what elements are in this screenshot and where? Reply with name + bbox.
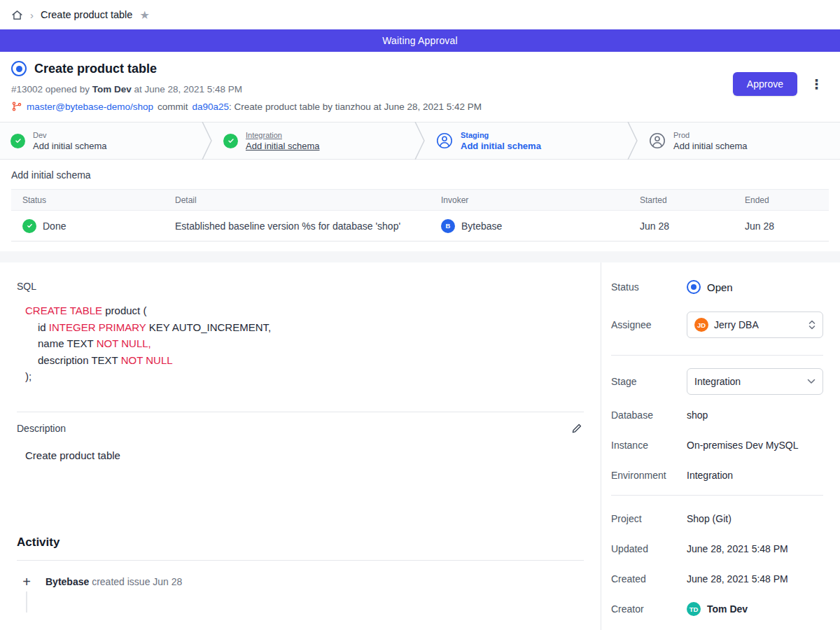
col-invoker: Invoker [430,190,629,211]
col-detail: Detail [164,190,430,211]
bytebase-avatar: B [441,219,455,233]
edit-pencil-icon[interactable] [570,421,584,435]
stage-label: Stage [611,376,687,387]
assignee-avatar: JD [694,318,708,332]
environment-label: Environment [611,470,687,481]
stage-separator-icon [414,122,426,159]
issue-number: #13002 [11,84,43,94]
task-table: Status Detail Invoker Started Ended Done… [11,189,829,241]
task-row[interactable]: Done Established baseline version %s for… [11,211,829,241]
project-label: Project [611,513,687,524]
creator-label: Creator [611,603,687,615]
stage-select[interactable]: Integration [687,368,823,395]
updated-value: June 28, 2021 5:48 PM [687,543,788,554]
database-label: Database [611,410,687,421]
commit-info: master@bytebase-demo/shop commit da90a25… [11,101,829,112]
check-circle-icon [223,134,238,148]
stage-dev[interactable]: Dev Add initial schema [0,122,202,159]
sidebar-row-instance: Instance On-premises Dev MySQL [611,435,823,456]
issue-open-icon [11,61,27,76]
sql-label: SQL [17,281,584,292]
stage-separator-icon [202,122,213,159]
col-status: Status [11,190,164,211]
breadcrumb-current-page: Create product table [41,9,132,20]
col-ended: Ended [734,190,829,211]
task-invoker: Bytebase [461,220,502,232]
sidebar-row-project: Project Shop (Git) [611,508,823,529]
favorite-star-icon[interactable]: ★ [139,8,149,22]
description-label: Description [17,423,66,434]
chevron-down-icon [807,379,816,384]
creator-avatar: TD [687,602,701,616]
divider [611,495,823,496]
assignee-select[interactable]: JD Jerry DBA [687,312,823,338]
environment-value: Integration [687,470,733,481]
divider [17,560,584,561]
waiting-approval-banner: Waiting Approval [0,29,840,52]
up-down-chevrons-icon [808,319,816,330]
task-status: Done [43,220,66,232]
sidebar-row-status: Status Open [611,276,823,298]
activity-heading: Activity [17,536,584,550]
issue-header: Create product table #13002 opened by To… [0,52,840,122]
creator-name: Tom Dev [707,603,748,615]
task-ended: Jun 28 [734,211,829,241]
sidebar-row-creator: Creator TD Tom Dev [611,598,823,620]
task-table-header-row: Status Detail Invoker Started Ended [11,190,829,211]
issue-opened-date: June 28, 2021 5:48 PM [144,84,242,94]
commit-message: : Create product table by tianzhou at Ju… [229,102,482,112]
approve-button[interactable]: Approve [733,72,797,96]
task-section: Add initial schema Status Detail Invoker… [0,160,840,251]
issue-sidebar: Status Open Assignee JD Jerry DBA [601,262,840,630]
col-started: Started [629,190,734,211]
instance-value: On-premises Dev MySQL [687,440,798,451]
stage-value: Integration [694,376,802,387]
commit-hash-link[interactable]: da90a25 [192,102,230,112]
project-value: Shop (Git) [687,513,732,524]
activity-action: created issue Jun 28 [92,576,182,587]
status-label: Status [611,281,687,293]
activity-timeline-line [26,592,27,612]
divider [17,412,584,412]
issue-detail-panel: SQL CREATE TABLE product ( id INTEGER PR… [0,262,601,630]
assignee-label: Assignee [611,319,687,330]
sidebar-row-created: Created June 28, 2021 5:48 PM [611,568,823,589]
divider [611,355,823,356]
task-started: Jun 28 [629,211,734,241]
check-circle-icon [10,134,25,148]
status-value: Open [707,281,733,293]
task-detail: Established baseline version %s for data… [164,211,430,241]
created-value: June 28, 2021 5:48 PM [687,573,788,584]
home-icon[interactable] [11,9,23,21]
created-label: Created [611,573,687,584]
database-value: shop [687,410,708,421]
stage-integration[interactable]: Integration Add initial schema [213,122,414,159]
stage-prod[interactable]: Prod Add initial schema [638,122,840,159]
description-content: Create product table [25,449,584,461]
task-section-heading: Add initial schema [11,169,829,181]
stage-staging[interactable]: Staging Add initial schema [426,122,627,159]
section-divider-band [0,251,840,262]
sidebar-row-updated: Updated June 28, 2021 5:48 PM [611,538,823,559]
activity-entry: + Bytebase created issue Jun 28 [17,575,584,589]
sidebar-row-environment: Environment Integration [611,465,823,486]
add-comment-plus-icon[interactable]: + [22,575,31,589]
issue-author: Tom Dev [92,84,132,94]
sidebar-row-stage: Stage Integration [611,368,823,395]
activity-actor: Bytebase [46,576,89,587]
breadcrumb: › Create product table ★ [0,0,840,29]
repo-link[interactable]: master@bytebase-demo/shop [27,102,153,112]
updated-label: Updated [611,543,687,554]
issue-title: Create product table [34,62,157,76]
person-circle-icon [436,132,453,149]
git-commit-icon [11,101,22,112]
stage-separator-icon [627,122,638,159]
kebab-menu-icon[interactable]: ⋮ [807,76,826,92]
check-circle-icon [22,219,36,233]
bytebase-issue-page: › Create product table ★ Waiting Approva… [0,0,840,630]
sidebar-row-assignee: Assignee JD Jerry DBA [611,312,823,338]
instance-label: Instance [611,440,687,451]
open-status-icon [687,280,701,294]
sidebar-row-database: Database shop [611,405,823,426]
person-circle-icon [649,132,666,149]
